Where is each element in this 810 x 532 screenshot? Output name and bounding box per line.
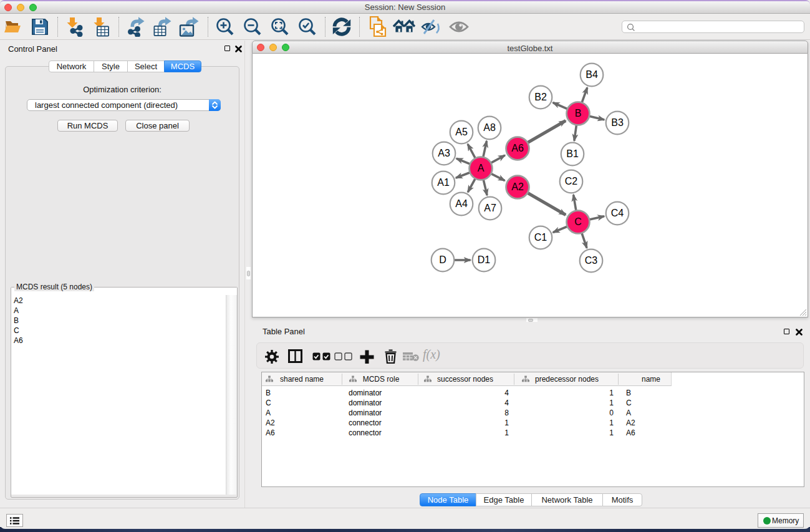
svg-text:C1: C1 xyxy=(534,232,547,243)
svg-text:A1: A1 xyxy=(437,177,450,188)
svg-text:A2: A2 xyxy=(511,181,524,192)
svg-text:B4: B4 xyxy=(586,69,598,80)
svg-text:A6: A6 xyxy=(511,143,524,153)
svg-text:B2: B2 xyxy=(534,92,547,102)
svg-text:A5: A5 xyxy=(455,127,468,137)
svg-text:D: D xyxy=(439,254,446,265)
svg-text:C4: C4 xyxy=(611,208,624,218)
svg-text:A8: A8 xyxy=(483,122,496,133)
svg-text:D1: D1 xyxy=(478,254,491,265)
svg-text:A: A xyxy=(478,163,485,173)
svg-text:A7: A7 xyxy=(484,203,496,213)
svg-text:B3: B3 xyxy=(611,117,624,128)
svg-text:C: C xyxy=(574,216,582,227)
svg-text:C2: C2 xyxy=(565,176,578,186)
svg-text:A3: A3 xyxy=(438,148,450,158)
svg-text:A4: A4 xyxy=(455,198,468,209)
svg-text:B1: B1 xyxy=(566,148,579,159)
svg-text:B: B xyxy=(575,108,582,118)
svg-text:C3: C3 xyxy=(585,255,598,266)
